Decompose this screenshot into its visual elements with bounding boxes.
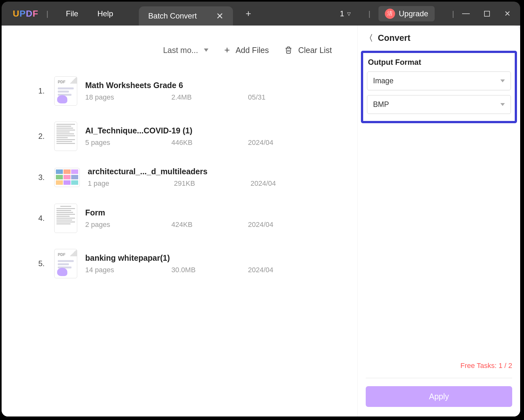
file-info: architectural_..._d_multileaders 1 page … bbox=[88, 167, 322, 188]
file-size: 30.0MB bbox=[171, 266, 210, 274]
close-window-icon[interactable]: ✕ bbox=[504, 9, 511, 18]
file-thumbnail: PDF bbox=[54, 249, 77, 278]
file-name: AI_Technique...COVID-19 (1) bbox=[85, 126, 322, 135]
file-row[interactable]: 3. architectural_..._d_multileaders 1 pa… bbox=[24, 159, 335, 196]
separator: | bbox=[46, 9, 48, 18]
file-pages: 5 pages bbox=[85, 139, 133, 147]
menu-help[interactable]: Help bbox=[88, 9, 123, 18]
side-footer: Free Tasks: 1 / 2 Apply bbox=[358, 362, 520, 416]
triangle-down-icon bbox=[500, 79, 505, 82]
clear-list-label: Clear List bbox=[298, 46, 332, 55]
file-thumbnail bbox=[54, 122, 77, 151]
trash-icon bbox=[285, 46, 292, 54]
file-index: 5. bbox=[37, 259, 46, 268]
file-thumbnail bbox=[54, 204, 77, 233]
file-index: 4. bbox=[37, 214, 46, 223]
body-area: Last mo... + Add Files Clear List bbox=[2, 26, 520, 416]
file-name: architectural_..._d_multileaders bbox=[88, 167, 322, 176]
divider bbox=[366, 378, 512, 378]
file-size: 291KB bbox=[174, 179, 212, 188]
upgrade-label: Upgrade bbox=[399, 9, 428, 18]
window-controls: ✕ bbox=[462, 9, 511, 18]
file-row[interactable]: 1. PDF Math Worksheets Grade 6 18 pages … bbox=[24, 68, 335, 114]
file-row[interactable]: 2. AI_Technique...COVID-19 (1) 5 pages 4 bbox=[24, 114, 335, 159]
file-info: Form 2 pages 424KB 2024/04 bbox=[85, 208, 322, 229]
side-header: 〈 Convert bbox=[358, 33, 520, 51]
convert-side-panel: 〈 Convert Output Format Image BMP Free T… bbox=[357, 26, 520, 416]
user-avatar: 洁 bbox=[385, 9, 395, 19]
file-date: 2024/04 bbox=[248, 139, 286, 147]
apply-button[interactable]: Apply bbox=[366, 386, 512, 407]
add-files-label: Add Files bbox=[236, 46, 269, 55]
menu-file[interactable]: File bbox=[56, 9, 88, 18]
file-info: banking whitepapar(1) 14 pages 30.0MB 20… bbox=[85, 253, 322, 274]
upgrade-button[interactable]: 洁 Upgrade bbox=[378, 6, 435, 21]
file-date: 2024/04 bbox=[251, 179, 289, 188]
app-window: UPDF | File Help Batch Convert ✕ + 1 ▽ |… bbox=[2, 2, 520, 416]
tab-batch-convert[interactable]: Batch Convert ✕ bbox=[139, 6, 233, 26]
plus-icon: + bbox=[224, 45, 230, 56]
file-thumbnail: PDF bbox=[54, 76, 77, 106]
file-date: 05/31 bbox=[248, 93, 286, 101]
file-row[interactable]: 5. PDF banking whitepapar(1) 14 pages 30… bbox=[24, 241, 335, 286]
file-pages: 2 pages bbox=[85, 221, 133, 229]
file-row[interactable]: 4. Form 2 pages 424KB 20 bbox=[24, 196, 335, 241]
format-subtype-value: BMP bbox=[373, 100, 389, 109]
file-name: banking whitepapar(1) bbox=[85, 253, 322, 263]
app-logo: UPDF bbox=[13, 9, 38, 19]
file-pages: 1 page bbox=[88, 179, 136, 188]
file-index: 2. bbox=[37, 132, 46, 141]
add-files-button[interactable]: + Add Files bbox=[224, 45, 269, 56]
free-tasks-label: Free Tasks: 1 / 2 bbox=[366, 362, 512, 370]
minimize-icon[interactable] bbox=[462, 13, 470, 14]
clear-list-button[interactable]: Clear List bbox=[285, 46, 332, 55]
triangle-down-icon bbox=[500, 103, 505, 106]
file-list-card: Last mo... + Add Files Clear List bbox=[11, 32, 348, 410]
back-chevron-icon[interactable]: 〈 bbox=[365, 33, 373, 44]
file-thumbnail bbox=[54, 168, 80, 187]
file-info: AI_Technique...COVID-19 (1) 5 pages 446K… bbox=[85, 126, 322, 147]
file-date: 2024/04 bbox=[248, 221, 286, 229]
file-size: 2.4MB bbox=[171, 93, 210, 101]
format-type-select[interactable]: Image bbox=[367, 71, 511, 90]
tab-title: Batch Convert bbox=[148, 11, 197, 20]
title-bar: UPDF | File Help Batch Convert ✕ + 1 ▽ |… bbox=[2, 2, 520, 26]
tab-count: 1 bbox=[340, 9, 344, 18]
output-format-section: Output Format Image BMP bbox=[361, 51, 517, 123]
file-index: 3. bbox=[37, 173, 46, 182]
file-pages: 18 pages bbox=[85, 93, 133, 101]
file-toolbar: Last mo... + Add Files Clear List bbox=[24, 38, 335, 68]
separator: | bbox=[452, 9, 454, 18]
tab-counter-dropdown[interactable]: 1 ▽ bbox=[340, 9, 351, 18]
file-name: Math Worksheets Grade 6 bbox=[85, 81, 322, 90]
file-size: 446KB bbox=[171, 139, 210, 147]
format-subtype-select[interactable]: BMP bbox=[367, 95, 511, 114]
format-type-value: Image bbox=[373, 77, 393, 85]
triangle-down-icon bbox=[204, 49, 208, 52]
file-index: 1. bbox=[37, 86, 46, 95]
sort-dropdown[interactable]: Last mo... bbox=[163, 46, 208, 55]
separator: | bbox=[368, 9, 370, 18]
file-pages: 14 pages bbox=[85, 266, 133, 274]
maximize-icon[interactable] bbox=[484, 11, 490, 17]
side-panel-title: Convert bbox=[378, 33, 410, 43]
file-list: 1. PDF Math Worksheets Grade 6 18 pages … bbox=[24, 68, 335, 401]
file-date: 2024/04 bbox=[248, 266, 286, 274]
main-panel: Last mo... + Add Files Clear List bbox=[2, 26, 357, 416]
file-info: Math Worksheets Grade 6 18 pages 2.4MB 0… bbox=[85, 81, 322, 101]
output-format-label: Output Format bbox=[368, 58, 511, 67]
chevron-down-icon: ▽ bbox=[347, 11, 351, 16]
sort-label: Last mo... bbox=[163, 46, 198, 55]
close-tab-icon[interactable]: ✕ bbox=[216, 11, 223, 21]
file-size: 424KB bbox=[171, 221, 210, 229]
file-name: Form bbox=[85, 208, 322, 217]
new-tab-button[interactable]: + bbox=[246, 8, 251, 19]
